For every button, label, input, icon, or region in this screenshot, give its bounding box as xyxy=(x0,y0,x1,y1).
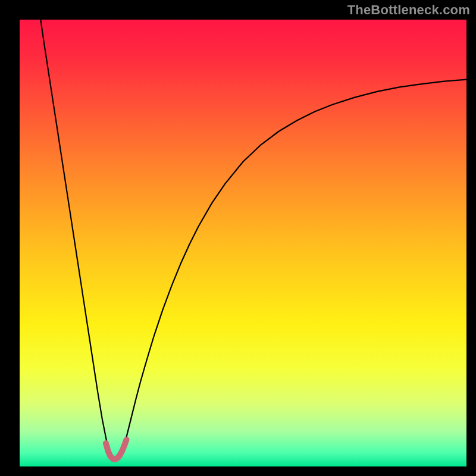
chart-frame: TheBottleneck.com xyxy=(0,0,476,476)
bottleneck-chart xyxy=(20,20,466,466)
watermark-text: TheBottleneck.com xyxy=(347,2,470,18)
